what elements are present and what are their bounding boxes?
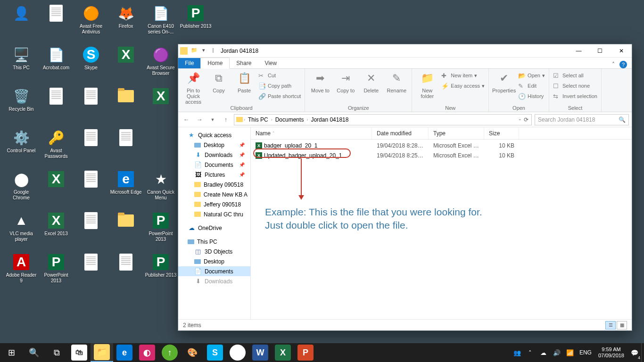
desktop-icon-firefox[interactable]: 🦊Firefox [108,4,143,41]
col-date[interactable]: Date modified [372,127,429,139]
edit-button[interactable]: ✎Edit [518,81,545,90]
desktop-icon-publisher[interactable]: PPublisher 2013 [178,4,213,41]
nav-documents[interactable]: 📄Documents📌 [178,160,250,170]
paste-shortcut-button[interactable]: 🔗Paste shortcut [258,91,301,101]
nav-quick-access[interactable]: ★Quick access [178,130,250,140]
properties-button[interactable]: ✔Properties [493,71,515,93]
nav-desktop[interactable]: Desktop📌 [178,140,250,150]
ribbon-collapse-icon[interactable]: ˄ [612,61,615,68]
copy-to-button[interactable]: ⇥Copy to [334,71,357,93]
clock[interactable]: 9:59 AM 07/09/2018 [594,346,628,359]
desktop-icon-avastb[interactable]: 🟣Avast Secure Browser [143,45,178,83]
desktop-icon-canonq[interactable]: ★Canon Quick Menu [143,170,178,207]
nav-onedrive[interactable]: ☁OneDrive [178,223,250,233]
address-bar[interactable]: › This PC › Documents › Jordan 041818 ⌄⟳ [234,114,532,125]
history-button[interactable]: 🕑History [518,91,545,101]
pin-quick-access-button[interactable]: 📌Pin to Quick access [182,71,205,105]
nav-documents2[interactable]: 📄Documents [178,266,250,276]
move-to-button[interactable]: ➡Move to [309,71,331,93]
desktop-icon-doc5[interactable] [108,128,143,166]
open-button[interactable]: 📂Open ▾ [518,71,545,80]
crumb-current[interactable]: Jordan 041818 [309,116,350,123]
tray-expand[interactable]: ˄ [524,343,537,362]
nav-pictures[interactable]: 🖼Pictures📌 [178,170,250,180]
desktop-icon-excel4[interactable]: XExcel 2013 [39,211,74,249]
tab-file[interactable]: File [178,58,200,68]
start-button[interactable]: ⊞ [0,343,23,362]
col-size[interactable]: Size [484,127,519,139]
maximize-button[interactable]: ☐ [589,44,611,58]
qat-item[interactable]: 📁 [190,47,198,55]
desktop-icon-excel3[interactable]: X [39,170,74,207]
thumbnails-view-button[interactable]: ▦ [617,321,627,329]
nav-jeffery[interactable]: Jeffery 090518 [178,199,250,209]
select-all-button[interactable]: ☑Select all [553,71,597,80]
edge-taskbar-button[interactable]: e [113,343,136,362]
desktop-icon-folder1[interactable] [108,87,143,124]
desktop-icon-folder2[interactable] [108,211,143,249]
titlebar[interactable]: 📁 ▾ | Jordan 041818 — ☐ ✕ [178,44,632,58]
desktop-icon-doc8[interactable] [74,253,108,290]
invert-selection-button[interactable]: ⇆Invert selection [553,91,597,101]
crumb-documents[interactable]: Documents [273,116,306,123]
task-view-button[interactable]: ⧉ [45,343,68,362]
search-button[interactable]: 🔍 [23,343,45,362]
easy-access-button[interactable]: ⚡Easy access ▾ [441,81,485,90]
desktop-icon-thispc[interactable]: 🖥️This PC [4,45,39,83]
rename-button[interactable]: ✎Rename [385,71,408,93]
powerpoint-taskbar-button[interactable]: P [294,343,317,362]
details-view-button[interactable]: ☰ [605,321,616,329]
search-input[interactable]: Search Jordan 041818🔍 [535,114,629,125]
desktop-icon-adobe[interactable]: AAdobe Reader 9 [4,253,39,290]
cut-button[interactable]: ✂Cut [258,71,301,80]
desktop-icon-doc2[interactable] [39,87,74,124]
file-row[interactable]: XUpdated_badger_upload_20_1 19/04/2018 8… [251,150,632,160]
minimize-button[interactable]: — [568,44,589,58]
nav-bradley[interactable]: Bradley 090518 [178,180,250,189]
nav-thispc[interactable]: This PC [178,237,250,247]
desktop-icon-excel2[interactable]: X [143,87,178,124]
nav-naturalgc[interactable]: Natural GC thru [178,209,250,219]
people-button[interactable]: 👥 [511,343,524,362]
desktop-icon-edge[interactable]: eMicrosoft Edge [108,170,143,207]
new-folder-button[interactable]: 📁New folder [416,71,438,99]
desktop-icon-doc6[interactable] [74,170,108,207]
app-pink[interactable]: ◐ [136,343,158,362]
app-green[interactable]: ↑ [158,343,181,362]
col-name[interactable]: Name ˄ [251,127,372,139]
show-desktop-button[interactable] [641,343,644,362]
excel-taskbar-button[interactable]: X [272,343,294,362]
desktop-icon-skype[interactable]: SSkype [74,45,108,83]
notifications-button[interactable]: 💬4 [628,343,641,362]
crumb-thispc[interactable]: This PC [246,116,270,123]
desktop-icon-doc9[interactable] [108,253,143,290]
addr-dropdown[interactable]: ⌄ [518,116,522,123]
desktop-icon-doc4[interactable] [74,128,108,166]
explorer-taskbar-button[interactable]: 📁 [91,343,113,362]
tab-view[interactable]: View [258,58,283,68]
desktop-icon-canon[interactable]: 📄Canon E410 series On-... [143,4,178,41]
tab-share[interactable]: Share [230,58,258,68]
paint-button[interactable]: 🎨 [181,343,204,362]
select-none-button[interactable]: ☐Select none [553,81,597,90]
recent-dropdown[interactable]: ▼ [207,115,218,125]
chrome-taskbar-button[interactable]: ⬤ [226,343,249,362]
desktop-icon-acrobat[interactable]: 📄Acrobat.com [39,45,74,83]
copy-button[interactable]: ⧉Copy [207,71,230,93]
desktop-icon-doc3[interactable] [74,87,108,124]
nav-downloads[interactable]: ⬇Downloads📌 [178,150,250,160]
desktop-icon-chrome[interactable]: ⬤Google Chrome [4,170,39,207]
back-button[interactable]: ← [181,115,191,125]
copy-path-button[interactable]: 📑Copy path [258,81,301,90]
up-button[interactable]: ↑ [221,115,231,125]
desktop-icon-avastp[interactable]: 🔑Avast Passwords [39,128,74,166]
col-type[interactable]: Type [429,127,484,139]
new-item-button[interactable]: ✚New item ▾ [441,71,485,80]
wifi-tray-icon[interactable]: 📶 [563,343,577,362]
desktop-icon-doc1[interactable] [39,4,74,41]
nav-3dobjects[interactable]: ◫3D Objects [178,247,250,256]
forward-button[interactable]: → [194,115,205,125]
word-taskbar-button[interactable]: W [249,343,272,362]
volume-tray-icon[interactable]: 🔊 [550,343,563,362]
store-button[interactable]: 🛍 [68,343,91,362]
